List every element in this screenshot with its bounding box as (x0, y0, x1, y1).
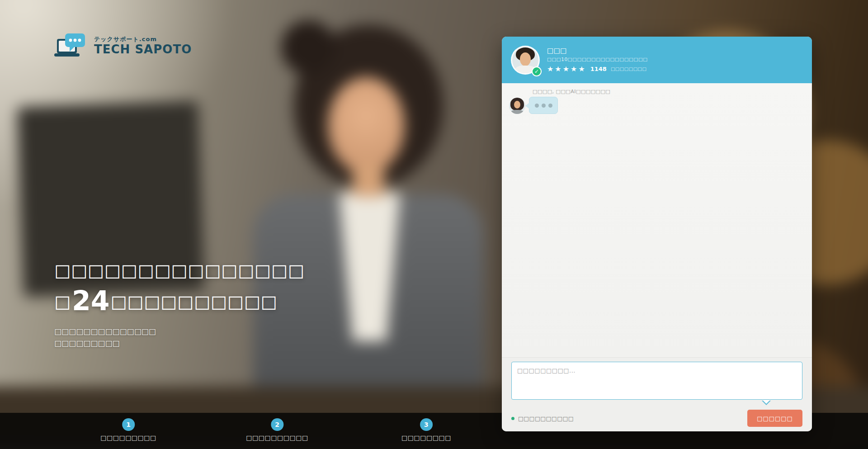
status-hint-label: □□□□□□□□□□ (518, 415, 574, 422)
step-2: 2 □□□□□□□□□□ (246, 418, 308, 441)
hero-text-block: □□□□□□□□□□□□□□□ □24□□□□□□□□□□ □□□□□□□□□□… (54, 260, 305, 349)
headline-line2: □24□□□□□□□□□□ (54, 286, 305, 316)
step-1-label: □□□□□□□□□ (100, 434, 156, 441)
step-3: 3 □□□□□□□□ (401, 418, 451, 441)
site-logo[interactable]: テックサポート.com TECH SAPOTO (53, 33, 192, 59)
step-1-number: 1 (122, 418, 135, 431)
typing-dot (535, 104, 539, 108)
message-meta-label: □□□□, □□□AI□□□□□□□ (533, 89, 610, 95)
logo-en-text: TECH SAPOTO (94, 43, 192, 56)
agent-subtitle: □□□10□□□□□□□□□□□□□□□□□ (547, 57, 648, 62)
verified-badge-icon: ✓ (532, 66, 542, 76)
star-rating-icon: ★★★★★ (547, 65, 586, 73)
chat-message-area: □□□□, □□□AI□□□□□□□ (502, 83, 812, 357)
chat-message-input[interactable] (511, 362, 802, 400)
send-button[interactable]: □□□□□□ (747, 410, 802, 427)
chat-footer: □□□□□□□□□□ □□□□□□ (502, 357, 812, 431)
agent-rating: ★★★★★ 1148 □□□□□□□□ (547, 65, 648, 73)
logo-laptop-chat-icon (53, 33, 89, 59)
step-3-label: □□□□□□□□ (401, 434, 451, 441)
headline-24: 24 (71, 285, 111, 317)
agent-avatar: ✓ (511, 46, 540, 75)
step-3-number: 3 (420, 418, 433, 431)
hero-subtext-line1: □□□□□□□□□□□□□□ (54, 326, 305, 337)
review-count: 1148 (590, 66, 607, 72)
review-label: □□□□□□□□ (611, 66, 647, 71)
typing-indicator-bubble (529, 97, 558, 114)
hero-subtext: □□□□□□□□□□□□□□ □□□□□□□□□ (54, 326, 305, 350)
message-avatar (509, 98, 525, 114)
step-1: 1 □□□□□□□□□ (100, 418, 156, 441)
typing-dot (548, 104, 552, 108)
step-2-label: □□□□□□□□□□ (246, 434, 308, 441)
hero-subtext-line2: □□□□□□□□□ (54, 337, 305, 349)
chat-header: ✓ □□□ □□□10□□□□□□□□□□□□□□□□□ ★★★★★ 1148 … (502, 37, 812, 83)
headline-line1: □□□□□□□□□□□□□□□ (54, 260, 305, 281)
status-hint: □□□□□□□□□□ (511, 415, 574, 422)
chat-widget: ✓ □□□ □□□10□□□□□□□□□□□□□□□□□ ★★★★★ 1148 … (502, 37, 812, 431)
agent-name: □□□ (547, 47, 648, 55)
step-2-number: 2 (271, 418, 283, 431)
typing-dot (542, 104, 546, 108)
online-status-dot-icon (511, 417, 514, 420)
